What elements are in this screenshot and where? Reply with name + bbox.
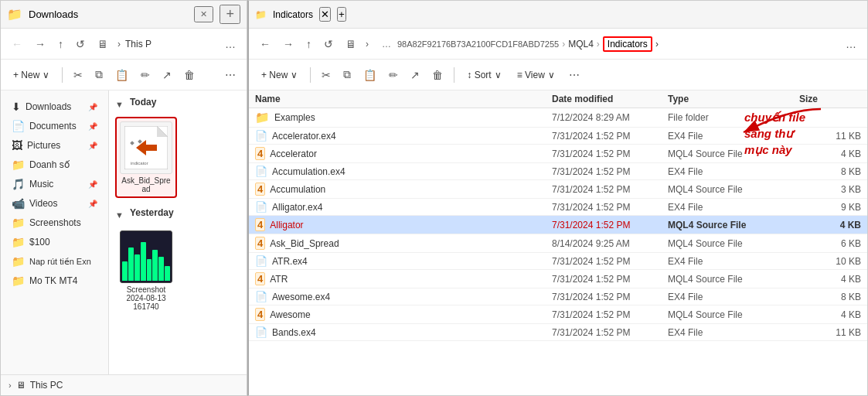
right-new-tab[interactable]: + [337,7,346,22]
row-date: 7/31/2024 1:52 PM [552,202,668,213]
left-nav-path: This P [125,39,151,50]
sidebar-item-music[interactable]: 🎵 Music 📌 [4,175,105,193]
ex4-icon: 📄 [255,130,267,142]
left-up-btn[interactable]: ↑ [53,35,68,53]
right-up-btn[interactable]: ↑ [301,35,316,53]
col-size[interactable]: Size [799,94,861,104]
left-share-btn[interactable]: ↗ [158,66,176,84]
table-row[interactable]: 📄 Alligator.ex4 7/31/2024 1:52 PM EX4 Fi… [249,199,867,216]
breadcrumb-more[interactable]: … [379,39,394,50]
sidebar-item-downloads[interactable]: ⬇ Downloads 📌 [4,97,105,116]
left-more-btn[interactable]: … [220,35,240,53]
right-tab-close[interactable]: ✕ [319,7,331,22]
right-more-options-btn[interactable]: ⋯ [564,66,584,84]
sidebar-item-documents[interactable]: 📄 Documents 📌 [4,117,105,135]
row-name-cell: 4 Awesome [255,308,552,321]
left-monitor-btn[interactable]: 🖥 [93,35,113,53]
left-new-btn[interactable]: + New ∨ [7,67,56,84]
sidebar-item-doanh-so[interactable]: 📁 Doanh số [4,155,105,174]
right-copy-btn[interactable]: ⧉ [339,65,356,84]
sidebar-pictures-pin: 📌 [88,142,97,150]
ex4-icon: 📄 [255,291,267,302]
left-copy-btn[interactable]: ⧉ [90,65,107,84]
right-cut-btn[interactable]: ✂ [317,66,335,84]
right-nav-bar: ← → ↑ ↺ 🖥 › … 98A82F92176B73A2100FCD1F8A… [249,29,867,60]
left-back-btn[interactable]: ← [7,35,27,53]
left-content: ⬇ Downloads 📌 📄 Documents 📌 🖼 Pictures 📌… [1,90,247,374]
left-rename-btn[interactable]: ✏ [136,66,155,84]
col-name[interactable]: Name [255,94,552,104]
table-row[interactable]: 4 Alligator 7/31/2024 1:52 PM MQL4 Sourc… [249,216,867,234]
right-monitor-btn[interactable]: 🖥 [341,35,361,53]
table-row[interactable]: 4 Ask_Bid_Spread 8/14/2024 9:25 AM MQL4 … [249,234,867,253]
mql4-icon: 4 [255,272,265,285]
this-pc-item[interactable]: › 🖥 This PC [1,374,247,395]
right-sort-btn[interactable]: ↕ Sort ∨ [461,67,507,84]
file-ask-bid-spread[interactable]: indicator Ask_Bid_Spread [115,117,177,198]
table-row[interactable]: 📄 ATR.ex4 7/31/2024 1:52 PM EX4 File 10 … [249,253,867,270]
right-more-btn[interactable]: … [841,35,861,53]
row-filename: Accumulation.ex4 [272,166,345,177]
left-tab-close[interactable]: ✕ [194,6,213,22]
breadcrumb-indicators[interactable]: Indicators [603,36,652,52]
left-more-options-btn[interactable]: ⋯ [220,66,240,84]
table-row[interactable]: 4 Accelerator 7/31/2024 1:52 PM MQL4 Sou… [249,145,867,163]
left-delete-btn[interactable]: 🗑 [179,66,199,84]
row-name-cell: 4 Accumulation [255,183,552,196]
left-forward-btn[interactable]: → [30,35,50,53]
right-forward-btn[interactable]: → [278,35,298,53]
right-new-btn[interactable]: + New ∨ [255,67,304,84]
left-cut-btn[interactable]: ✂ [69,66,87,84]
table-row[interactable]: 📁 Examples 7/12/2024 8:29 AM File folder [249,108,867,128]
row-name-cell: 📄 Awesome.ex4 [255,291,552,302]
screenshot-label: Screenshot 2024-08-13 161740 [118,285,174,311]
left-new-tab[interactable]: + [220,5,240,24]
col-type[interactable]: Type [668,94,799,104]
right-delete-btn[interactable]: 🗑 [427,66,448,84]
chart-bar-2 [128,248,134,281]
ex4-icon: 📄 [255,255,267,267]
yesterday-collapse-icon[interactable]: ▼ [115,210,124,220]
left-toolbar: + New ∨ ✂ ⧉ 📋 ✏ ↗ 🗑 ⋯ [1,60,247,90]
right-folder-icon: 📁 [255,9,267,20]
sidebar-music-label: Music [29,179,53,189]
right-back-btn[interactable]: ← [255,35,275,53]
right-view-btn[interactable]: ≡ View ∨ [511,67,561,84]
row-size: 10 KB [799,256,861,267]
today-collapse-icon[interactable]: ▼ [115,100,124,109]
right-rename-btn[interactable]: ✏ [384,66,403,84]
breadcrumb-mql4[interactable]: MQL4 [568,39,594,50]
sidebar-item-screenshots[interactable]: 📁 Screenshots [4,213,105,232]
row-filename: Awesome.ex4 [272,292,330,302]
right-share-btn[interactable]: ↗ [406,66,424,84]
table-row[interactable]: 📄 Awesome.ex4 7/31/2024 1:52 PM EX4 File… [249,288,867,306]
table-row[interactable]: 4 Accumulation 7/31/2024 1:52 PM MQL4 So… [249,180,867,199]
sidebar-item-pictures[interactable]: 🖼 Pictures 📌 [4,136,105,155]
sidebar-mo-tk-icon: 📁 [12,275,25,287]
breadcrumb-chevron[interactable]: › [655,39,659,50]
left-paste-btn[interactable]: 📋 [111,66,133,84]
right-paste-btn[interactable]: 📋 [359,66,381,84]
right-view-dropdown-icon: ∨ [548,70,555,80]
table-row[interactable]: 📄 Accelerator.ex4 7/31/2024 1:52 PM EX4 … [249,128,867,145]
left-refresh-btn[interactable]: ↺ [71,35,90,53]
file-screenshot[interactable]: Screenshot 2024-08-13 161740 [115,227,177,314]
breadcrumb-hash[interactable]: 98A82F92176B73A2100FCD1F8ABD7255 [397,39,559,49]
mql4-icon: 4 [255,183,265,196]
row-size: 4 KB [799,220,861,230]
right-refresh-btn[interactable]: ↺ [319,35,338,53]
sidebar-item-nap-rut[interactable]: 📁 Nap rút tiền Exn [4,252,105,271]
sidebar-doanh-so-icon: 📁 [12,159,25,171]
table-row[interactable]: 📄 Bands.ex4 7/31/2024 1:52 PM EX4 File 1… [249,324,867,341]
col-date[interactable]: Date modified [552,94,668,104]
row-type: MQL4 Source File [668,238,799,249]
table-row[interactable]: 4 Awesome 7/31/2024 1:52 PM MQL4 Source … [249,306,867,324]
row-size: 4 KB [799,148,861,159]
table-row[interactable]: 📄 Accumulation.ex4 7/31/2024 1:52 PM EX4… [249,163,867,180]
sidebar-s100-label: $100 [29,237,50,248]
table-row[interactable]: 4 ATR 7/31/2024 1:52 PM MQL4 Source File… [249,270,867,288]
sidebar-item-s100[interactable]: 📁 $100 [4,233,105,251]
sidebar-item-mo-tk[interactable]: 📁 Mo TK MT4 [4,271,105,290]
left-new-dropdown-icon: ∨ [43,70,49,80]
sidebar-item-videos[interactable]: 📹 Videos 📌 [4,194,105,213]
